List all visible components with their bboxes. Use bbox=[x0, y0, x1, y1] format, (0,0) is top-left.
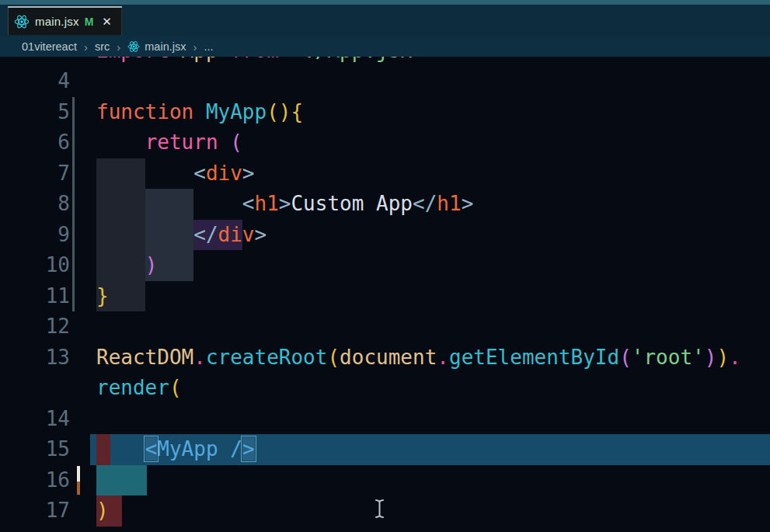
git-gutter-indicator bbox=[72, 97, 75, 312]
text-caret bbox=[77, 466, 80, 495]
breadcrumb-separator: › bbox=[193, 40, 197, 54]
breadcrumb-ellipsis[interactable]: ... bbox=[204, 40, 213, 53]
editor-overlays bbox=[0, 57, 770, 532]
tab-main-jsx[interactable]: main.jsx M ✕ bbox=[8, 6, 122, 35]
breadcrumb-separator: › bbox=[84, 40, 88, 54]
breadcrumb-item-src[interactable]: src bbox=[95, 40, 110, 53]
react-icon bbox=[14, 14, 30, 30]
modified-badge: M bbox=[85, 16, 94, 28]
breadcrumb-label: src bbox=[95, 40, 110, 53]
breadcrumb-separator: › bbox=[117, 40, 120, 54]
tab-title: main.jsx bbox=[35, 15, 79, 28]
vscode-editor-window: { "tab": { "title": "main.jsx", "modifie… bbox=[0, 0, 770, 532]
breadcrumb-item-01vitereact[interactable]: 01vitereact bbox=[22, 40, 77, 53]
close-icon[interactable]: ✕ bbox=[102, 16, 112, 27]
breadcrumb-item-main.jsx[interactable]: main.jsx bbox=[127, 40, 186, 53]
breadcrumb-label: 01vitereact bbox=[22, 40, 77, 53]
editor-tab-bar: main.jsx M ✕ bbox=[0, 5, 770, 37]
code-editor[interactable]: import App from './App.jsx'45function My… bbox=[0, 57, 770, 532]
breadcrumb: 01vitereact›src› main.jsx›... bbox=[0, 37, 770, 57]
breadcrumb-label: main.jsx bbox=[145, 40, 186, 53]
